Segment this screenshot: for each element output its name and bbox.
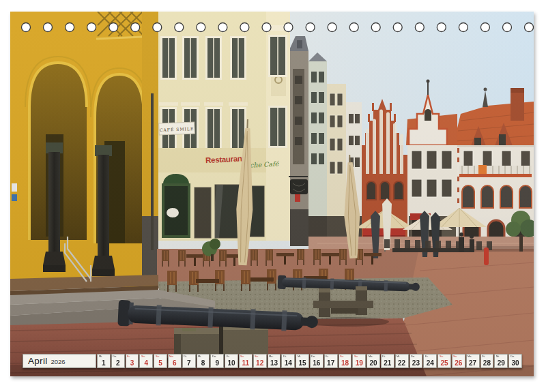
- calendar-day: So.12: [253, 354, 267, 368]
- binding-hole: [66, 23, 74, 32]
- calendar-day: Mi.1: [97, 354, 111, 368]
- binding-hole: [503, 23, 512, 32]
- calendar-day: Di.14: [281, 354, 295, 368]
- calendar-day: Mi.15: [296, 354, 309, 368]
- binding-hole: [197, 23, 205, 32]
- binding-hole: [240, 23, 249, 32]
- binding-hole: [371, 23, 380, 32]
- calendar-day: So.19: [352, 354, 366, 368]
- calendar-day: Do.23: [410, 354, 423, 368]
- binding-hole: [349, 23, 358, 32]
- calendar-page: BLUT-BA: [0, 0, 546, 392]
- calendar-day: Di.7: [182, 354, 196, 368]
- binding-hole: [480, 23, 489, 32]
- calendar-day: Sa.25: [437, 354, 451, 368]
- binding-hole: [262, 23, 271, 32]
- calendar-day: Di.28: [480, 354, 494, 368]
- calendar-day: Mi.29: [494, 354, 508, 368]
- calendar-day: Di.21: [381, 354, 394, 368]
- calendar-month: April: [28, 356, 48, 366]
- calendar-day: Fr.3: [126, 354, 139, 368]
- binding-hole: [328, 23, 336, 32]
- binding-hole: [393, 23, 402, 32]
- calendar-day: Fr.10: [225, 354, 238, 368]
- calendar-day: Mo.6: [168, 354, 182, 368]
- calendar-day: Fr.17: [324, 354, 338, 368]
- binding-hole: [437, 23, 446, 32]
- binding-hole: [153, 23, 162, 32]
- binding-hole: [525, 23, 534, 32]
- calendar-day: Mi.22: [395, 354, 409, 368]
- calendar-day: Sa.18: [339, 354, 352, 368]
- calendar-day: Do.2: [111, 354, 125, 368]
- calendar-day: Mo.20: [367, 354, 380, 368]
- market-square-scene: BLUT-BA: [10, 12, 534, 376]
- calendar-days: Mi.1Do.2Fr.3Sa.4So.5Mo.6Di.7Mi.8Do.9Fr.1…: [96, 354, 522, 368]
- calendar-year: 2026: [51, 358, 66, 365]
- binding-hole: [415, 23, 424, 32]
- binding-hole: [306, 23, 315, 32]
- calendar-day: Mo.27: [466, 354, 480, 368]
- calendar-day: So.26: [452, 354, 465, 368]
- calendar-day: Mi.8: [197, 354, 210, 368]
- calendar-day: Sa.4: [139, 354, 153, 368]
- photo: BLUT-BA: [10, 12, 534, 376]
- binding-hole: [44, 23, 53, 32]
- binding-hole: [22, 23, 31, 32]
- calendar-strip: April 2026 Mi.1Do.2Fr.3Sa.4So.5Mo.6Di.7M…: [23, 354, 522, 368]
- haze-overlay: [10, 12, 534, 376]
- calendar-day: Do.30: [508, 354, 522, 368]
- binding-hole: [218, 23, 227, 32]
- calendar-day: Do.16: [310, 354, 324, 368]
- calendar-month-box: April 2026: [23, 354, 96, 368]
- calendar-day: Do.9: [210, 354, 224, 368]
- binding-hole: [459, 23, 468, 32]
- binding-hole: [87, 23, 96, 32]
- calendar-day: Mo.13: [268, 354, 281, 368]
- binding-hole: [131, 23, 140, 32]
- binding-hole: [109, 23, 118, 32]
- binding-hole: [284, 23, 293, 32]
- binding-hole: [175, 23, 184, 32]
- calendar-day: Sa.11: [239, 354, 253, 368]
- calendar-day: Fr.24: [423, 354, 437, 368]
- calendar-day: So.5: [154, 354, 167, 368]
